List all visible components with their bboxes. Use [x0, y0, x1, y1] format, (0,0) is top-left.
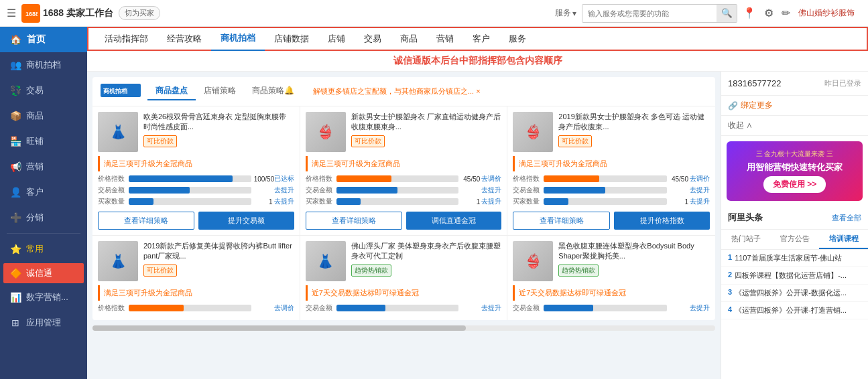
- product-item-2: 👙 新款男女士护腰塑身衣 厂家直销运动健身产后收腹束腰束身... 可比价款 满足…: [300, 106, 508, 235]
- location-icon[interactable]: 📍: [743, 7, 756, 19]
- news-text-1[interactable]: 1107首届质享生活家居节-佛山站: [735, 253, 842, 263]
- metric-bar-wrap-buyer-2: [336, 198, 459, 205]
- right-tab-official[interactable]: 官方公告: [770, 230, 819, 249]
- search-input[interactable]: [582, 5, 717, 22]
- edit-icon[interactable]: ✏: [782, 7, 790, 19]
- metric-action-trade-2[interactable]: 去提升: [481, 185, 501, 195]
- sidebar-label-marketing: 营销: [26, 161, 44, 173]
- product-title-1: 欧美26根双骨骨宫廷束身衣 定型挺胸束腰带 时尚性感皮面...: [143, 112, 294, 133]
- sidebar-label-digital: 数字营销...: [26, 291, 68, 303]
- news-num-4: 4: [728, 305, 732, 313]
- nav-item-shopdata[interactable]: 店铺数据: [265, 27, 318, 50]
- center-panel: 商机拍档 商品盘点 店铺策略 商品策略🔔 解锁更多镇店之宝配额，与其他商家瓜分镇…: [87, 72, 721, 379]
- widget-more-link[interactable]: 解锁更多镇店之宝配额，与其他商家瓜分镇店之... ×: [309, 84, 485, 99]
- nav-item-product[interactable]: 商品: [391, 27, 427, 50]
- btn-detail-3[interactable]: 查看详细策略: [513, 212, 610, 230]
- sidebar-item-trade[interactable]: 💱 交易: [0, 78, 87, 103]
- metric-label-price-2: 价格指数: [306, 174, 334, 183]
- product-thumb-2: 👙: [306, 112, 346, 152]
- section-more[interactable]: 查看全部: [832, 213, 861, 223]
- widget-tab-shop[interactable]: 店铺策略: [196, 82, 244, 100]
- switch-buyer-button[interactable]: 切为买家: [119, 6, 160, 20]
- right-collapse[interactable]: 收起 ∧: [721, 116, 868, 136]
- product-title-3: 2019新款男女士护腰塑身衣 多色可选 运动健身产后收腹束...: [558, 112, 710, 133]
- nav-item-mkt[interactable]: 营销: [427, 27, 463, 50]
- metric-action-1[interactable]: 已达标: [274, 174, 294, 183]
- right-tab-hot[interactable]: 热门站子: [721, 230, 770, 249]
- metric-bar-b2: [336, 305, 385, 311]
- sidebar-item-customer[interactable]: 👤 客户: [0, 179, 87, 205]
- search-button[interactable]: 🔍: [717, 5, 737, 22]
- btn-upgrade-1[interactable]: 提升交易额: [198, 212, 294, 230]
- right-panel: 18316577722 昨日已登录 🔗 绑定更多 收起 ∧ 三 金九根十大流量来…: [721, 72, 868, 379]
- nav-item-event[interactable]: 活动指挥部: [95, 27, 158, 50]
- metric-label-trade-1: 交易金额: [98, 185, 126, 195]
- widget-tab-product-strategy[interactable]: 商品策略🔔: [244, 82, 302, 100]
- metric-bar-2: [336, 175, 391, 182]
- nav-item-merchant[interactable]: 商机拍档: [211, 27, 265, 51]
- dropdown-arrow-icon: ▾: [572, 9, 576, 18]
- link-icon: 🔗: [728, 101, 738, 110]
- metric-bar-wrap-b1: [129, 305, 251, 311]
- distribution-icon: ➕: [10, 212, 21, 223]
- scrollbar-thumb[interactable]: [92, 325, 466, 331]
- nav-item-customer[interactable]: 客户: [463, 27, 499, 50]
- sidebar-item-digital[interactable]: 📊 数字营销...: [0, 285, 87, 310]
- right-news-4: 4 《运营四板斧》公开课-打造营销...: [721, 302, 868, 319]
- sidebar-item-appmanage[interactable]: ⊞ 应用管理: [0, 310, 87, 335]
- sidebar-item-chengxintong[interactable]: 🔶 诚信通: [3, 263, 84, 283]
- metric-action-3[interactable]: 去调价: [690, 174, 710, 183]
- btn-upgrade-2[interactable]: 调低直通金冠: [406, 212, 501, 230]
- metric-action-trade-3[interactable]: 去提升: [690, 185, 710, 195]
- btn-upgrade-3[interactable]: 提升价格指数: [614, 212, 710, 230]
- horizontal-scrollbar[interactable]: [92, 325, 715, 331]
- nav-item-shop[interactable]: 店铺: [318, 27, 355, 50]
- sidebar-item-merchant[interactable]: 👥 商机拍档: [0, 52, 87, 78]
- right-tab-training[interactable]: 培训课程: [819, 230, 868, 249]
- sidebar-item-home[interactable]: 🏠 首页: [0, 27, 87, 52]
- ad-cta-button[interactable]: 免费使用 >>: [763, 176, 826, 193]
- sidebar-label-common: 常用: [26, 243, 44, 255]
- sidebar-item-product[interactable]: 📦 商品: [0, 103, 87, 129]
- metric-action-b2[interactable]: 去提升: [481, 303, 501, 313]
- sidebar-item-marketing[interactable]: 📢 营销: [0, 154, 87, 179]
- logo-icon: 1688: [21, 4, 40, 23]
- metric-action-b1[interactable]: 去调价: [274, 303, 294, 313]
- chengxin-icon: 🔶: [10, 268, 21, 279]
- nav-item-trade[interactable]: 交易: [355, 27, 391, 50]
- nav-item-strategy[interactable]: 经营攻略: [158, 27, 211, 50]
- metric-val-1: 100/50: [254, 175, 273, 183]
- sidebar-label-app: 应用管理: [26, 317, 61, 329]
- product-title-2: 新款男女士护腰塑身衣 厂家直销运动健身产后收腹束腰束身...: [351, 112, 502, 133]
- metric-label-price-1: 价格指数: [98, 174, 126, 183]
- sidebar-item-wangpu[interactable]: 🏪 旺铺: [0, 129, 87, 154]
- service-dropdown[interactable]: 服务 ▾: [555, 7, 576, 19]
- news-text-2[interactable]: 四板斧课程【数据化运营店铺】-...: [735, 271, 847, 281]
- metric-action-trade-1[interactable]: 去提升: [274, 185, 294, 195]
- metric-price-1: 价格指数 100/50 已达标: [98, 174, 294, 183]
- settings-icon[interactable]: ⚙: [764, 7, 773, 19]
- widget-tab-products[interactable]: 商品盘点: [147, 82, 196, 100]
- metric-action-2[interactable]: 去调价: [481, 174, 501, 183]
- btn-detail-1[interactable]: 查看详细策略: [98, 212, 194, 230]
- sidebar-divider: [7, 233, 80, 234]
- btn-detail-2[interactable]: 查看详细策略: [306, 212, 402, 230]
- hamburger-icon[interactable]: ☰: [7, 7, 16, 19]
- metric-action-buyer-1[interactable]: 去提升: [274, 197, 294, 206]
- product-item-b1: 👗 2019新款产后修复美体提臀收胯内裤Butt lifter pant厂家现.…: [92, 236, 300, 320]
- sidebar-item-distribution[interactable]: ➕ 分销: [0, 205, 87, 230]
- sidebar-item-common[interactable]: ⭐ 常用: [0, 236, 87, 262]
- product-image-row-2: 👙 新款男女士护腰塑身衣 厂家直销运动健身产后收腹束腰束身... 可比价款: [306, 112, 502, 152]
- nav-item-service[interactable]: 服务: [499, 27, 536, 50]
- metric-action-b3[interactable]: 去提升: [690, 303, 710, 313]
- right-bind-more[interactable]: 🔗 绑定更多: [721, 96, 868, 116]
- metric-action-buyer-3[interactable]: 去提升: [690, 197, 710, 206]
- metric-buyer-2: 买家数量 1 去提升: [306, 197, 502, 206]
- product-badge-b2: 趋势热销款: [351, 264, 391, 277]
- metric-bar-wrap-trade-2: [336, 187, 459, 194]
- right-phone: 18316577722: [728, 78, 782, 88]
- news-text-4[interactable]: 《运营四板斧》公开课-打造营销...: [735, 305, 847, 315]
- news-text-3[interactable]: 《运营四板斧》公开课-数据化运...: [735, 288, 847, 298]
- metric-action-buyer-2[interactable]: 去提升: [481, 197, 501, 206]
- metric-bar-wrap-1: [129, 175, 251, 182]
